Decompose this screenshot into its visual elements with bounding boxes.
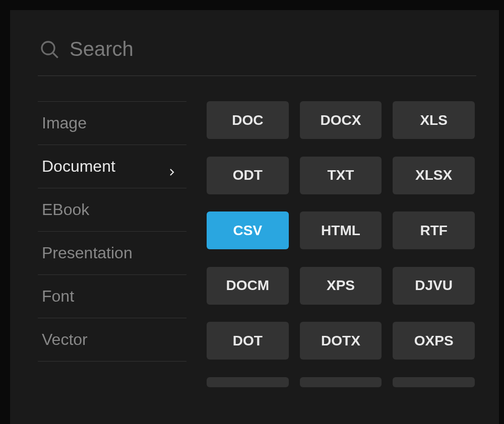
sidebar-item-vector[interactable]: Vector xyxy=(38,318,186,362)
svg-point-0 xyxy=(42,42,54,54)
format-button-djvu[interactable]: DJVU xyxy=(393,267,475,305)
sidebar-item-label: EBook xyxy=(42,200,89,219)
format-picker-panel: Image Document EBook Presentation Font V… xyxy=(10,10,499,424)
format-button-partial[interactable] xyxy=(393,377,475,387)
format-button-docx[interactable]: DOCX xyxy=(300,101,382,139)
format-button-dotx[interactable]: DOTX xyxy=(300,322,382,360)
content-area: Image Document EBook Presentation Font V… xyxy=(10,76,499,393)
format-button-txt[interactable]: TXT xyxy=(300,157,382,194)
format-button-xlsx[interactable]: XLSX xyxy=(393,157,475,194)
format-button-odt[interactable]: ODT xyxy=(207,157,289,194)
format-button-oxps[interactable]: OXPS xyxy=(393,322,475,360)
format-button-csv[interactable]: CSV xyxy=(207,211,289,249)
sidebar-item-label: Presentation xyxy=(42,244,133,262)
format-button-docm[interactable]: DOCM xyxy=(207,267,289,305)
sidebar-item-label: Font xyxy=(42,287,74,306)
format-button-dot[interactable]: DOT xyxy=(207,322,289,360)
sidebar-item-label: Document xyxy=(42,157,115,176)
search-input[interactable] xyxy=(70,38,474,60)
format-button-xps[interactable]: XPS xyxy=(300,267,382,305)
search-bar xyxy=(10,10,499,76)
format-button-html[interactable]: HTML xyxy=(300,211,382,249)
sidebar-item-presentation[interactable]: Presentation xyxy=(38,232,186,275)
format-button-xls[interactable]: XLS xyxy=(393,101,475,139)
sidebar-item-font[interactable]: Font xyxy=(38,275,186,318)
svg-line-1 xyxy=(53,53,58,57)
format-button-partial[interactable] xyxy=(300,377,382,387)
sidebar-item-document[interactable]: Document xyxy=(38,145,186,188)
search-icon xyxy=(39,39,59,59)
sidebar-item-image[interactable]: Image xyxy=(38,101,186,145)
format-grid[interactable]: DOC DOCX XLS ODT TXT XLSX CSV HTML RTF D… xyxy=(207,101,484,393)
sidebar-item-ebook[interactable]: EBook xyxy=(38,188,186,232)
format-button-doc[interactable]: DOC xyxy=(207,101,289,139)
format-button-partial[interactable] xyxy=(207,377,289,387)
sidebar-item-label: Image xyxy=(42,114,87,132)
format-grid-wrapper: DOC DOCX XLS ODT TXT XLSX CSV HTML RTF D… xyxy=(186,101,499,393)
chevron-right-icon xyxy=(167,162,176,171)
sidebar-item-label: Vector xyxy=(42,330,88,349)
format-button-rtf[interactable]: RTF xyxy=(393,211,475,249)
category-sidebar: Image Document EBook Presentation Font V… xyxy=(10,101,186,393)
